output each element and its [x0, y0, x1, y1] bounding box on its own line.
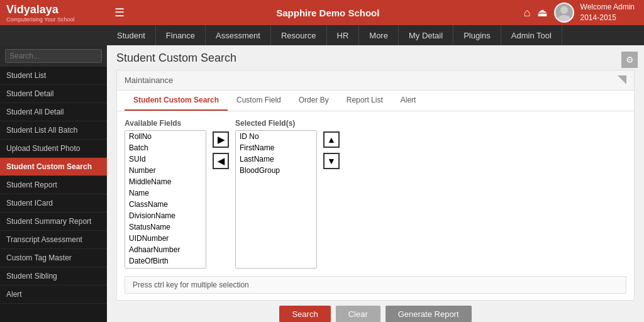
sidebar-item-upload-photo[interactable]: Upload Student Photo — [0, 140, 107, 158]
sidebar-item-student-icard[interactable]: Student ICard — [0, 194, 107, 213]
transfer-buttons: ▶ ◀ — [213, 119, 229, 169]
tab-alert[interactable]: Alert — [392, 91, 425, 111]
nav-more[interactable]: More — [359, 25, 399, 45]
sidebar: Student List Student Detail Student All … — [0, 45, 107, 322]
welcome-text: Welcome Admin 2014-2015 — [580, 2, 635, 23]
main-content: ⚙ Student Custom Search Maintainance Stu… — [107, 45, 644, 322]
selected-fields-section: Selected Field(s) ID No FirstName LastNa… — [235, 119, 317, 269]
gear-button[interactable]: ⚙ — [621, 52, 638, 68]
search-box — [0, 45, 107, 67]
footer-buttons: Search Clear Generate Report — [116, 301, 635, 322]
generate-report-button[interactable]: Generate Report — [386, 306, 472, 322]
sidebar-item-student-detail[interactable]: Student Detail — [0, 85, 107, 103]
sidebar-item-student-list-batch[interactable]: Student List All Batch — [0, 121, 107, 140]
clear-button[interactable]: Clear — [336, 306, 380, 322]
tab-report-list[interactable]: Report List — [338, 91, 392, 111]
main-card: Maintainance Student Custom Search Custo… — [116, 70, 635, 301]
page-title: Student Custom Search — [116, 52, 635, 65]
move-up-button[interactable]: ▲ — [323, 131, 340, 148]
tab-order-by[interactable]: Order By — [290, 91, 338, 111]
header-right: ⌂ ⏏ Welcome Admin 2014-2015 — [524, 2, 644, 23]
sidebar-item-student-all-detail[interactable]: Student All Detail — [0, 103, 107, 121]
move-right-button[interactable]: ▶ — [213, 131, 229, 148]
sidebar-item-student-sibling[interactable]: Student Sibling — [0, 267, 107, 286]
school-name: Sapphire Demo School — [132, 8, 524, 18]
sidebar-item-alert[interactable]: Alert — [0, 286, 107, 304]
move-down-button[interactable]: ▼ — [323, 153, 340, 169]
sidebar-item-student-list[interactable]: Student List — [0, 67, 107, 85]
nav-student[interactable]: Student — [107, 25, 156, 45]
hint-bar: Press ctrl key for multiple selection — [125, 276, 626, 294]
corner-fold — [618, 75, 626, 84]
available-fields-section: Available Fields RollNo Batch SUId Numbe… — [125, 119, 206, 269]
fields-container: Available Fields RollNo Batch SUId Numbe… — [117, 111, 634, 276]
home-icon[interactable]: ⌂ — [524, 6, 531, 19]
svg-point-0 — [560, 6, 568, 14]
logo-title: Vidyalaya — [6, 3, 101, 16]
nav-admintool[interactable]: Admin Tool — [501, 25, 562, 45]
app-header: Vidyalaya Computerising Your School ☰ Sa… — [0, 0, 644, 25]
sidebar-item-custom-tag[interactable]: Custom Tag Master — [0, 249, 107, 267]
nav-resource[interactable]: Resource — [271, 25, 327, 45]
logo-area: Vidyalaya Computerising Your School — [0, 3, 107, 23]
selected-fields-list[interactable]: ID No FirstName LastName BloodGroup — [235, 130, 317, 269]
selected-fields-label: Selected Field(s) — [235, 119, 317, 128]
sidebar-item-transcript[interactable]: Transcript Assessment — [0, 231, 107, 249]
nav-plugins[interactable]: Plugins — [453, 25, 501, 45]
sidebar-item-student-report[interactable]: Student Report — [0, 176, 107, 194]
search-input[interactable] — [5, 49, 102, 63]
nav-assessment[interactable]: Assessment — [206, 25, 271, 45]
tabs-container: Student Custom Search Custom Field Order… — [117, 91, 634, 111]
move-left-button[interactable]: ◀ — [213, 153, 229, 169]
card-header: Maintainance — [117, 70, 634, 91]
power-icon[interactable]: ⏏ — [537, 6, 548, 19]
nav-mydetail[interactable]: My Detail — [399, 25, 453, 45]
hamburger-button[interactable]: ☰ — [107, 6, 132, 19]
avatar[interactable] — [554, 3, 574, 23]
search-button[interactable]: Search — [279, 306, 330, 322]
navbar: Student Finance Assessment Resource HR M… — [0, 25, 644, 45]
logo-subtitle: Computerising Your School — [6, 16, 101, 23]
sidebar-item-student-custom-search[interactable]: Student Custom Search — [0, 158, 107, 176]
available-fields-list[interactable]: RollNo Batch SUId Number MiddleName Name… — [125, 130, 206, 269]
svg-point-1 — [558, 15, 570, 21]
tab-student-custom-search[interactable]: Student Custom Search — [125, 91, 228, 111]
tab-custom-field[interactable]: Custom Field — [228, 91, 290, 111]
available-fields-label: Available Fields — [125, 119, 206, 128]
nav-finance[interactable]: Finance — [156, 25, 206, 45]
nav-hr[interactable]: HR — [327, 25, 360, 45]
main-layout: Student List Student Detail Student All … — [0, 45, 644, 322]
order-buttons: ▲ ▼ — [323, 119, 340, 169]
sidebar-item-student-summary[interactable]: Student Summary Report — [0, 213, 107, 231]
